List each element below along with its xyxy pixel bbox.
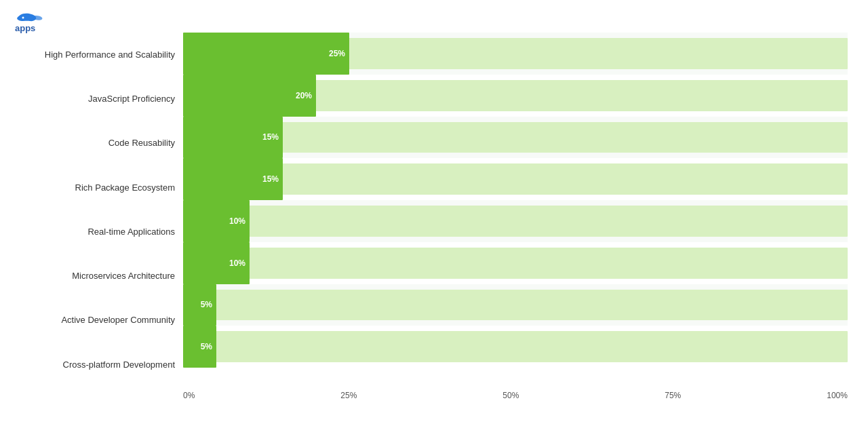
bar-row-6: 5% xyxy=(183,284,848,326)
bar-bg-3 xyxy=(183,163,848,195)
x-tick-2: 50% xyxy=(502,391,519,400)
bar-rows: 25%20%15%15%10%10%5%5% xyxy=(183,33,848,368)
bar-row-1: 20% xyxy=(183,75,848,117)
bar-bg-4 xyxy=(183,206,848,237)
x-axis: 0%25%50%75%100% xyxy=(183,387,848,406)
svg-point-1 xyxy=(22,17,24,19)
bar-fill-4: 10% xyxy=(183,200,250,242)
bar-bg-2 xyxy=(183,122,848,153)
x-tick-1: 25% xyxy=(340,391,357,400)
bar-fill-0: 25% xyxy=(183,33,349,75)
x-tick-0: 0% xyxy=(183,391,195,400)
chart-container: High Performance and ScalabilityJavaScri… xyxy=(41,14,848,406)
bar-row-5: 10% xyxy=(183,242,848,284)
y-label-5: Microservices Architecture xyxy=(41,258,175,294)
bar-value-label-5: 10% xyxy=(229,258,245,268)
bar-fill-2: 15% xyxy=(183,117,283,159)
bar-value-label-0: 25% xyxy=(329,49,345,58)
bar-fill-6: 5% xyxy=(183,284,216,326)
bar-row-2: 15% xyxy=(183,117,848,159)
chart-area: High Performance and ScalabilityJavaScri… xyxy=(41,33,848,406)
bar-row-3: 15% xyxy=(183,158,848,200)
bar-bg-6 xyxy=(183,290,848,321)
bar-fill-5: 10% xyxy=(183,242,250,284)
bars-section: 25%20%15%15%10%10%5%5% 0%25%50%75%100% xyxy=(183,33,848,406)
bar-value-label-1: 20% xyxy=(296,91,312,100)
y-label-6: Active Developer Community xyxy=(41,303,175,338)
bar-value-label-6: 5% xyxy=(201,300,212,309)
bar-row-7: 5% xyxy=(183,326,848,368)
bar-fill-1: 20% xyxy=(183,75,316,117)
chart-body: High Performance and ScalabilityJavaScri… xyxy=(41,33,848,406)
y-label-0: High Performance and Scalability xyxy=(41,37,175,73)
y-label-4: Real-time Applications xyxy=(41,214,175,250)
svg-text:apps: apps xyxy=(15,23,35,33)
bar-value-label-2: 15% xyxy=(262,132,279,142)
y-label-7: Cross-platform Development xyxy=(41,347,175,382)
y-label-1: JavaScript Proficiency xyxy=(41,81,175,117)
x-tick-3: 75% xyxy=(665,391,681,400)
y-label-2: Code Reusability xyxy=(41,125,175,161)
bar-row-0: 25% xyxy=(183,33,848,75)
y-axis-labels: High Performance and ScalabilityJavaScri… xyxy=(41,33,183,406)
bar-bg-7 xyxy=(183,331,848,362)
bar-value-label-3: 15% xyxy=(262,174,279,184)
bar-value-label-7: 5% xyxy=(201,342,212,351)
x-tick-4: 100% xyxy=(827,391,848,400)
bar-fill-3: 15% xyxy=(183,158,283,200)
bar-row-4: 10% xyxy=(183,200,848,242)
bar-value-label-4: 10% xyxy=(229,216,245,226)
bar-fill-7: 5% xyxy=(183,326,216,368)
grid-and-bars: 25%20%15%15%10%10%5%5% xyxy=(183,33,848,387)
bar-bg-5 xyxy=(183,248,848,279)
y-label-3: Rich Package Ecosystem xyxy=(41,170,175,205)
